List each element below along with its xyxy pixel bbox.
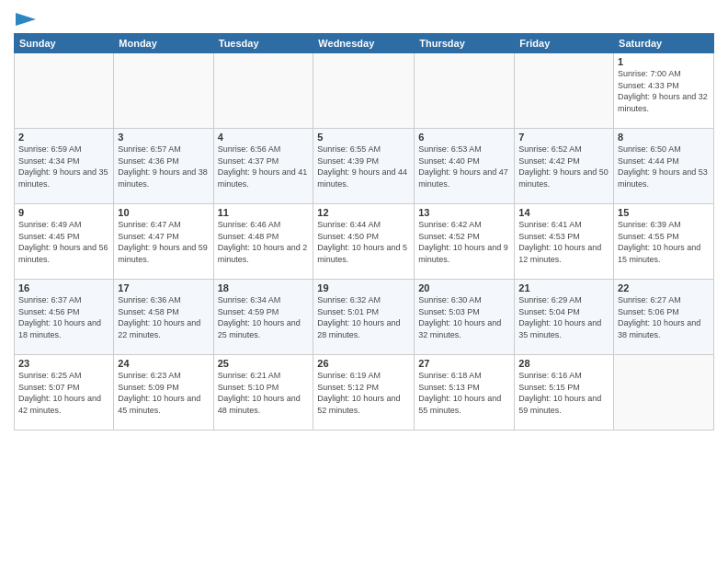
day-number: 11 bbox=[218, 207, 310, 218]
day-number: 22 bbox=[618, 282, 710, 293]
day-info: Sunrise: 6:36 AM Sunset: 4:58 PM Dayligh… bbox=[118, 294, 209, 340]
weekday-header-wednesday: Wednesday bbox=[313, 34, 415, 53]
day-number: 2 bbox=[18, 132, 109, 143]
day-number: 1 bbox=[618, 56, 710, 67]
day-number: 24 bbox=[118, 358, 209, 369]
day-info: Sunrise: 6:50 AM Sunset: 4:44 PM Dayligh… bbox=[618, 144, 710, 190]
day-info: Sunrise: 6:57 AM Sunset: 4:36 PM Dayligh… bbox=[118, 144, 209, 190]
week-row-2: 2Sunrise: 6:59 AM Sunset: 4:34 PM Daylig… bbox=[15, 129, 714, 204]
weekday-header-saturday: Saturday bbox=[614, 34, 714, 53]
weekday-header-thursday: Thursday bbox=[415, 34, 515, 53]
day-info: Sunrise: 6:27 AM Sunset: 5:06 PM Dayligh… bbox=[618, 294, 710, 340]
day-number: 26 bbox=[317, 358, 410, 369]
day-info: Sunrise: 6:49 AM Sunset: 4:45 PM Dayligh… bbox=[18, 219, 109, 265]
day-info: Sunrise: 6:32 AM Sunset: 5:01 PM Dayligh… bbox=[317, 294, 410, 340]
calendar-cell: 10Sunrise: 6:47 AM Sunset: 4:47 PM Dayli… bbox=[114, 204, 213, 280]
day-number: 19 bbox=[317, 282, 410, 293]
day-number: 16 bbox=[18, 282, 109, 293]
day-number: 13 bbox=[418, 207, 510, 218]
day-info: Sunrise: 6:53 AM Sunset: 4:40 PM Dayligh… bbox=[418, 144, 510, 190]
calendar-cell: 6Sunrise: 6:53 AM Sunset: 4:40 PM Daylig… bbox=[415, 129, 515, 204]
weekday-header-friday: Friday bbox=[515, 34, 614, 53]
svg-marker-0 bbox=[16, 13, 36, 26]
calendar-cell bbox=[114, 53, 213, 129]
day-number: 20 bbox=[418, 282, 510, 293]
day-number: 8 bbox=[618, 132, 710, 143]
weekday-header-tuesday: Tuesday bbox=[213, 34, 313, 53]
day-info: Sunrise: 6:16 AM Sunset: 5:15 PM Dayligh… bbox=[518, 370, 609, 416]
day-info: Sunrise: 6:29 AM Sunset: 5:04 PM Dayligh… bbox=[518, 294, 609, 340]
calendar-cell: 9Sunrise: 6:49 AM Sunset: 4:45 PM Daylig… bbox=[15, 204, 114, 280]
day-number: 5 bbox=[317, 132, 410, 143]
calendar-cell: 27Sunrise: 6:18 AM Sunset: 5:13 PM Dayli… bbox=[415, 355, 515, 431]
calendar-cell bbox=[614, 355, 714, 431]
day-info: Sunrise: 6:23 AM Sunset: 5:09 PM Dayligh… bbox=[118, 370, 209, 416]
day-number: 17 bbox=[118, 282, 209, 293]
day-info: Sunrise: 6:42 AM Sunset: 4:52 PM Dayligh… bbox=[418, 219, 510, 265]
weekday-header-sunday: Sunday bbox=[15, 34, 114, 53]
calendar-cell: 23Sunrise: 6:25 AM Sunset: 5:07 PM Dayli… bbox=[15, 355, 114, 431]
day-info: Sunrise: 6:56 AM Sunset: 4:37 PM Dayligh… bbox=[218, 144, 310, 190]
calendar-cell: 12Sunrise: 6:44 AM Sunset: 4:50 PM Dayli… bbox=[313, 204, 415, 280]
day-info: Sunrise: 6:21 AM Sunset: 5:10 PM Dayligh… bbox=[218, 370, 310, 416]
calendar-cell bbox=[415, 53, 515, 129]
day-number: 4 bbox=[218, 132, 310, 143]
calendar-page: SundayMondayTuesdayWednesdayThursdayFrid… bbox=[0, 0, 728, 563]
day-info: Sunrise: 6:59 AM Sunset: 4:34 PM Dayligh… bbox=[18, 144, 109, 190]
calendar-cell: 21Sunrise: 6:29 AM Sunset: 5:04 PM Dayli… bbox=[515, 280, 614, 355]
calendar-cell: 24Sunrise: 6:23 AM Sunset: 5:09 PM Dayli… bbox=[114, 355, 213, 431]
calendar-cell bbox=[515, 53, 614, 129]
logo-arrow-icon bbox=[16, 9, 36, 29]
day-number: 18 bbox=[218, 282, 310, 293]
day-info: Sunrise: 6:25 AM Sunset: 5:07 PM Dayligh… bbox=[18, 370, 109, 416]
day-number: 12 bbox=[317, 207, 410, 218]
calendar-cell: 26Sunrise: 6:19 AM Sunset: 5:12 PM Dayli… bbox=[313, 355, 415, 431]
calendar-cell: 22Sunrise: 6:27 AM Sunset: 5:06 PM Dayli… bbox=[614, 280, 714, 355]
calendar-cell: 17Sunrise: 6:36 AM Sunset: 4:58 PM Dayli… bbox=[114, 280, 213, 355]
calendar-cell: 11Sunrise: 6:46 AM Sunset: 4:48 PM Dayli… bbox=[213, 204, 313, 280]
calendar-cell: 4Sunrise: 6:56 AM Sunset: 4:37 PM Daylig… bbox=[213, 129, 313, 204]
day-info: Sunrise: 6:52 AM Sunset: 4:42 PM Dayligh… bbox=[518, 144, 609, 190]
calendar-cell: 19Sunrise: 6:32 AM Sunset: 5:01 PM Dayli… bbox=[313, 280, 415, 355]
calendar-cell bbox=[15, 53, 114, 129]
logo-text bbox=[14, 9, 36, 29]
day-number: 15 bbox=[618, 207, 710, 218]
calendar-cell: 13Sunrise: 6:42 AM Sunset: 4:52 PM Dayli… bbox=[415, 204, 515, 280]
day-number: 9 bbox=[18, 207, 109, 218]
calendar-cell: 7Sunrise: 6:52 AM Sunset: 4:42 PM Daylig… bbox=[515, 129, 614, 204]
calendar-cell bbox=[313, 53, 415, 129]
calendar-cell bbox=[213, 53, 313, 129]
day-info: Sunrise: 6:46 AM Sunset: 4:48 PM Dayligh… bbox=[218, 219, 310, 265]
calendar-cell: 5Sunrise: 6:55 AM Sunset: 4:39 PM Daylig… bbox=[313, 129, 415, 204]
calendar-cell: 20Sunrise: 6:30 AM Sunset: 5:03 PM Dayli… bbox=[415, 280, 515, 355]
day-number: 23 bbox=[18, 358, 109, 369]
calendar-cell: 28Sunrise: 6:16 AM Sunset: 5:15 PM Dayli… bbox=[515, 355, 614, 431]
day-number: 14 bbox=[518, 207, 609, 218]
day-info: Sunrise: 6:18 AM Sunset: 5:13 PM Dayligh… bbox=[418, 370, 510, 416]
day-number: 25 bbox=[218, 358, 310, 369]
day-info: Sunrise: 6:44 AM Sunset: 4:50 PM Dayligh… bbox=[317, 219, 410, 265]
calendar-cell: 8Sunrise: 6:50 AM Sunset: 4:44 PM Daylig… bbox=[614, 129, 714, 204]
calendar-cell: 14Sunrise: 6:41 AM Sunset: 4:53 PM Dayli… bbox=[515, 204, 614, 280]
calendar-cell: 3Sunrise: 6:57 AM Sunset: 4:36 PM Daylig… bbox=[114, 129, 213, 204]
day-info: Sunrise: 6:47 AM Sunset: 4:47 PM Dayligh… bbox=[118, 219, 209, 265]
day-number: 28 bbox=[518, 358, 609, 369]
day-number: 27 bbox=[418, 358, 510, 369]
day-info: Sunrise: 7:00 AM Sunset: 4:33 PM Dayligh… bbox=[618, 68, 710, 114]
weekday-header-monday: Monday bbox=[114, 34, 213, 53]
week-row-1: 1Sunrise: 7:00 AM Sunset: 4:33 PM Daylig… bbox=[15, 53, 714, 129]
header bbox=[14, 9, 714, 29]
calendar-cell: 2Sunrise: 6:59 AM Sunset: 4:34 PM Daylig… bbox=[15, 129, 114, 204]
calendar-cell: 16Sunrise: 6:37 AM Sunset: 4:56 PM Dayli… bbox=[15, 280, 114, 355]
day-number: 3 bbox=[118, 132, 209, 143]
day-info: Sunrise: 6:39 AM Sunset: 4:55 PM Dayligh… bbox=[618, 219, 710, 265]
week-row-3: 9Sunrise: 6:49 AM Sunset: 4:45 PM Daylig… bbox=[15, 204, 714, 280]
weekday-header-row: SundayMondayTuesdayWednesdayThursdayFrid… bbox=[15, 34, 714, 53]
week-row-5: 23Sunrise: 6:25 AM Sunset: 5:07 PM Dayli… bbox=[15, 355, 714, 431]
logo bbox=[14, 9, 36, 29]
calendar-cell: 15Sunrise: 6:39 AM Sunset: 4:55 PM Dayli… bbox=[614, 204, 714, 280]
calendar-table: SundayMondayTuesdayWednesdayThursdayFrid… bbox=[14, 33, 714, 431]
day-info: Sunrise: 6:30 AM Sunset: 5:03 PM Dayligh… bbox=[418, 294, 510, 340]
calendar-cell: 1Sunrise: 7:00 AM Sunset: 4:33 PM Daylig… bbox=[614, 53, 714, 129]
day-info: Sunrise: 6:37 AM Sunset: 4:56 PM Dayligh… bbox=[18, 294, 109, 340]
